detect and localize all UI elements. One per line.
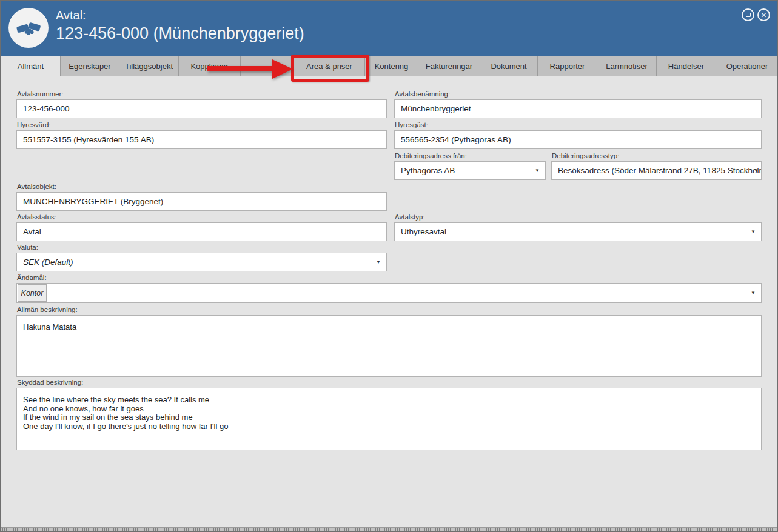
tab-operationer[interactable]: Operationer	[716, 56, 778, 76]
maximize-button[interactable]	[742, 8, 754, 21]
field-hyresgast: Hyresgäst: 556565-2354 (Pythagoras AB)	[394, 121, 762, 149]
deb-fran-value: Pythagoras AB	[401, 166, 455, 175]
andamal-chip[interactable]: Kontor	[18, 284, 47, 302]
hyresgast-input[interactable]: 556565-2354 (Pythagoras AB)	[394, 130, 762, 149]
avtalsstatus-label: Avtalsstatus:	[16, 213, 387, 221]
avtalsbenamning-input[interactable]: Münchenbryggeriet	[394, 99, 762, 118]
deb-typ-value: Besöksadress (Söder Mälarstrand 27B, 118…	[558, 166, 762, 175]
deb-fran-select[interactable]: Pythagoras AB ▼	[394, 161, 546, 180]
annotation-highlight-box	[291, 55, 369, 82]
field-avtalsnummer: Avtalsnummer: 123-456-000	[16, 90, 387, 118]
avtalsnummer-input[interactable]: 123-456-000	[16, 99, 387, 118]
field-debiteringsadresstyp: Debiteringsadresstyp: Besöksadress (Söde…	[551, 151, 762, 180]
avtalstyp-label: Avtalstyp:	[394, 213, 762, 221]
skyddad-label: Skyddad beskrivning:	[16, 378, 762, 387]
tab-rapporter[interactable]: Rapporter	[538, 56, 597, 76]
tab-bar: Allmänt Egenskaper Tilläggsobjekt Koppli…	[1, 56, 778, 76]
title-line-2: 123-456-000 (Münchenbryggeriet)	[56, 23, 304, 44]
andamal-label: Ändamål:	[16, 273, 762, 282]
tab-larmnotiser[interactable]: Larmnotiser	[597, 56, 657, 76]
tab-dokument[interactable]: Dokument	[480, 56, 538, 76]
hyresgast-value: 556565-2354 (Pythagoras AB)	[401, 135, 511, 144]
dropdown-arrow-icon: ▼	[376, 259, 381, 265]
tab-faktureringar[interactable]: Faktureringar	[418, 56, 480, 76]
field-hyresvard: Hyresvärd: 551557-3155 (Hyresvärden 155 …	[16, 121, 387, 149]
avtalsobjekt-input[interactable]: MUNCHENBRYGGERIET (Bryggeriet)	[16, 192, 387, 211]
valuta-value: SEK (Default)	[23, 258, 73, 267]
window-title: Avtal: 123-456-000 (Münchenbryggeriet)	[56, 7, 304, 44]
hyresgast-label: Hyresgäst:	[394, 121, 762, 129]
dropdown-arrow-icon: ▼	[535, 168, 540, 173]
avtalsobjekt-value: MUNCHENBRYGGERIET (Bryggeriet)	[23, 197, 163, 206]
window-resize-strip	[1, 527, 777, 531]
deb-typ-select[interactable]: Besöksadress (Söder Mälarstrand 27B, 118…	[551, 161, 762, 180]
close-icon: ✕	[760, 12, 766, 19]
skyddad-textarea[interactable]: See the line where the sky meets the sea…	[16, 388, 762, 450]
avtalsstatus-value: Avtal	[23, 227, 41, 236]
field-valuta: Valuta: SEK (Default) ▼	[16, 243, 387, 271]
tab-handelser[interactable]: Händelser	[657, 56, 716, 76]
dropdown-arrow-icon: ▼	[754, 168, 759, 173]
field-skyddad-beskrivning: Skyddad beskrivning: See the line where …	[16, 378, 762, 450]
avtalstyp-select[interactable]: Uthyresavtal ▼	[394, 222, 762, 241]
deb-fran-label: Debiteringsadress från:	[394, 151, 546, 160]
field-avtalsstatus: Avtalsstatus: Avtal	[16, 213, 387, 241]
handshake-icon	[8, 8, 49, 48]
avtalstyp-value: Uthyresavtal	[401, 227, 446, 236]
field-avtalsbenamning: Avtalsbenämning: Münchenbryggeriet	[394, 90, 762, 118]
field-avtalsobjekt: Avtalsobjekt: MUNCHENBRYGGERIET (Brygger…	[16, 182, 387, 211]
tab-kontering[interactable]: Kontering	[365, 56, 418, 76]
hyresvard-label: Hyresvärd:	[16, 121, 387, 129]
allman-textarea[interactable]: Hakuna Matata	[16, 315, 762, 377]
tab-allmant[interactable]: Allmänt	[1, 56, 61, 76]
hyresvard-value: 551557-3155 (Hyresvärden 155 AB)	[23, 135, 154, 144]
window-controls: ✕	[742, 8, 770, 21]
tab-egenskaper[interactable]: Egenskaper	[61, 56, 119, 76]
avtalsbenamning-value: Münchenbryggeriet	[401, 104, 471, 113]
maximize-icon	[746, 13, 751, 17]
avtalsnummer-label: Avtalsnummer:	[16, 90, 387, 98]
title-line-1: Avtal:	[56, 7, 304, 23]
tab-tillaggsobjekt[interactable]: Tilläggsobjekt	[119, 56, 179, 76]
dropdown-arrow-icon: ▼	[751, 290, 756, 296]
avtalsnummer-value: 123-456-000	[23, 104, 70, 113]
field-debiteringsadress-fran: Debiteringsadress från: Pythagoras AB ▼	[394, 151, 546, 180]
avtalsobjekt-label: Avtalsobjekt:	[16, 182, 387, 191]
avtalsbenamning-label: Avtalsbenämning:	[394, 90, 762, 98]
valuta-select[interactable]: SEK (Default) ▼	[16, 253, 387, 271]
allman-label: Allmän beskrivning:	[16, 305, 762, 314]
field-andamal: Ändamål: Kontor ▼	[16, 273, 762, 303]
avtal-window: Avtal: 123-456-000 (Münchenbryggeriet) ✕…	[0, 0, 778, 532]
andamal-chip-value: Kontor	[21, 289, 44, 298]
avtalsstatus-input[interactable]: Avtal	[16, 222, 387, 241]
hyresvard-input[interactable]: 551557-3155 (Hyresvärden 155 AB)	[16, 130, 387, 149]
field-allman-beskrivning: Allmän beskrivning: Hakuna Matata	[16, 305, 762, 377]
close-button[interactable]: ✕	[757, 8, 770, 21]
field-avtalstyp: Avtalstyp: Uthyresavtal ▼	[394, 213, 762, 241]
deb-typ-label: Debiteringsadresstyp:	[551, 151, 762, 160]
valuta-label: Valuta:	[16, 243, 387, 251]
window-header: Avtal: 123-456-000 (Münchenbryggeriet) ✕	[1, 1, 777, 56]
dropdown-arrow-icon: ▼	[751, 229, 756, 234]
andamal-select[interactable]: Kontor ▼	[16, 283, 762, 303]
form-content: Avtalsnummer: 123-456-000 Avtalsbenämnin…	[1, 76, 778, 528]
